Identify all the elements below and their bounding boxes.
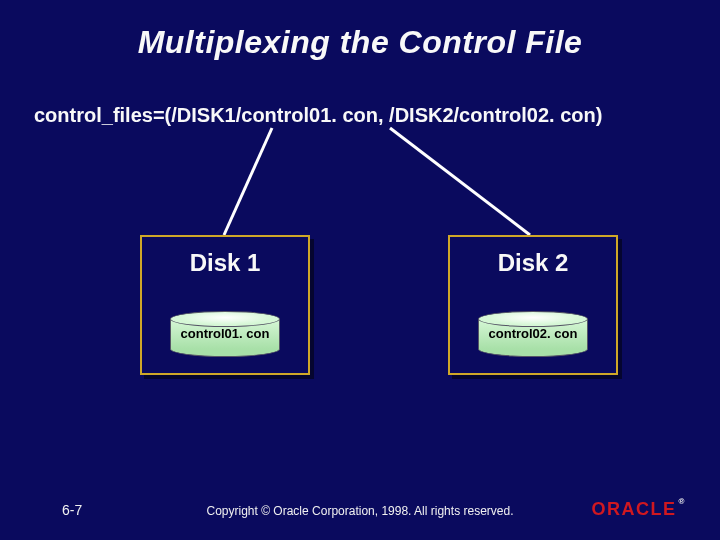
cylinder-top bbox=[170, 311, 280, 327]
disk-box-2: Disk 2 control02. con bbox=[448, 235, 618, 375]
control-file-1-label: control01. con bbox=[170, 326, 280, 341]
disk-box-1: Disk 1 control01. con bbox=[140, 235, 310, 375]
disk-1-title: Disk 1 bbox=[142, 249, 308, 277]
cylinder-top bbox=[478, 311, 588, 327]
parameter-line: control_files=(/DISK1/control01. con, /D… bbox=[34, 104, 602, 127]
svg-line-1 bbox=[390, 128, 530, 235]
oracle-logo-text: ORACLE bbox=[592, 499, 677, 520]
slide: Multiplexing the Control File control_fi… bbox=[0, 0, 720, 540]
control-file-1-cylinder: control01. con bbox=[170, 311, 280, 357]
registered-mark: ® bbox=[679, 497, 686, 506]
slide-title: Multiplexing the Control File bbox=[0, 24, 720, 61]
footer: 6-7 Copyright © Oracle Corporation, 1998… bbox=[0, 494, 720, 518]
oracle-logo: ORACLE ® bbox=[592, 499, 686, 520]
disk-2-title: Disk 2 bbox=[450, 249, 616, 277]
svg-line-0 bbox=[224, 128, 272, 235]
control-file-2-label: control02. con bbox=[478, 326, 588, 341]
control-file-2-cylinder: control02. con bbox=[478, 311, 588, 357]
